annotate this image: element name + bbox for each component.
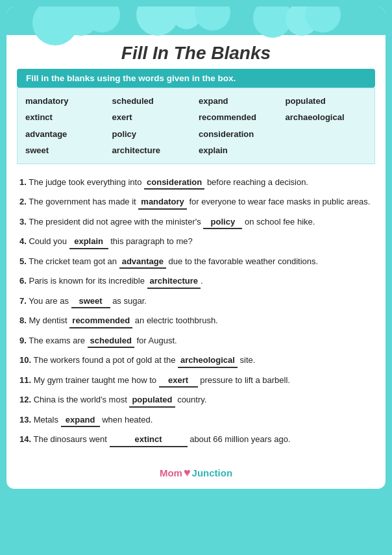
q11-before: My gym trainer taught me how to (34, 375, 159, 385)
q5-num: 5. (19, 256, 27, 266)
q7-before: You are as (29, 296, 71, 306)
question-1: 1. The judge took everything into consid… (19, 176, 373, 190)
q10-num: 10. (19, 355, 31, 365)
q1-before: The judge took everything into (29, 177, 144, 187)
question-8: 8. My dentist recommended an electric to… (19, 314, 373, 328)
q6-after: . (201, 276, 203, 286)
page: Fill In The Blanks Fill in the blanks us… (6, 6, 386, 489)
cloud-decoration (6, 6, 386, 35)
q2-before: The government has made it (29, 197, 138, 206)
q13-num: 13. (19, 415, 31, 425)
q12-after: country. (175, 395, 207, 404)
q2-blank: mandatory (138, 195, 186, 210)
word-8: archaeological (286, 110, 367, 125)
q14-after: about 66 million years ago. (188, 434, 291, 444)
footer: Mom ♥ Junction (6, 460, 386, 489)
q1-blank: consideration (144, 176, 204, 190)
q6-blank: architecture (147, 275, 201, 289)
question-10: 10. The workers found a pot of gold at t… (19, 354, 373, 368)
question-7: 7. You are as sweet as sugar. (19, 295, 373, 309)
word-4: populated (286, 93, 367, 108)
question-6: 6. Paris is known for its incredible arc… (19, 275, 373, 289)
question-3: 3. The president did not agree with the … (19, 216, 373, 230)
q12-blank: populated (129, 393, 175, 408)
q4-after: this paragraph to me? (108, 236, 193, 246)
word-16 (286, 143, 367, 158)
word-9: advantage (25, 127, 107, 142)
q13-before: Metals (34, 415, 61, 425)
word-10: policy (112, 127, 194, 142)
q9-blank: scheduled (88, 334, 134, 349)
question-4: 4. Could you explain this paragraph to m… (19, 235, 373, 249)
page-title: Fill In The Blanks (17, 43, 375, 64)
q11-num: 11. (19, 375, 31, 385)
q10-before: The workers found a pot of gold at the (33, 355, 178, 365)
q9-before: The exams are (29, 336, 87, 345)
q11-blank: exert (159, 374, 198, 388)
q9-num: 9. (19, 336, 27, 345)
footer-heart-icon: ♥ (184, 466, 191, 480)
q13-blank: expand (61, 413, 100, 428)
word-box: mandatory scheduled expand populated ext… (17, 88, 375, 164)
q3-num: 3. (19, 217, 27, 227)
q7-after: as sugar. (110, 296, 147, 306)
q8-before: My dentist (29, 315, 69, 325)
q5-before: The cricket team got an (29, 256, 119, 266)
word-11: consideration (199, 127, 280, 142)
footer-mom: Mom (160, 467, 182, 478)
question-12: 12. China is the world's most populated … (19, 393, 373, 408)
footer-logo: Mom ♥ Junction (6, 466, 386, 480)
question-13: 13. Metals expand when heated. (19, 413, 373, 428)
q3-before: The president did not agree with the min… (29, 217, 203, 227)
q14-blank: extinct (110, 433, 188, 447)
question-14: 14. The dinosaurs went extinct about 66 … (19, 433, 373, 447)
q13-after: when heated. (100, 415, 153, 425)
q7-blank: sweet (71, 295, 110, 309)
question-5: 5. The cricket team got an advantage due… (19, 255, 373, 269)
q10-after: site. (238, 355, 255, 365)
q4-num: 4. (19, 236, 27, 246)
word-12 (286, 127, 367, 142)
q10-blank: archeological (178, 354, 238, 368)
q8-num: 8. (19, 315, 27, 325)
word-14: architecture (112, 143, 194, 158)
q3-blank: policy (203, 216, 242, 230)
word-2: scheduled (112, 93, 194, 108)
word-13: sweet (25, 143, 107, 158)
q5-blank: advantage (119, 255, 166, 269)
q14-num: 14. (19, 434, 31, 444)
q12-num: 12. (19, 395, 31, 404)
footer-junction: Junction (192, 467, 233, 478)
q4-before: Could you (29, 236, 69, 246)
word-7: recommended (199, 110, 280, 125)
word-1: mandatory (25, 93, 107, 108)
q9-after: for August. (134, 336, 177, 345)
q4-blank: explain (69, 235, 108, 249)
q7-num: 7. (19, 296, 27, 306)
word-6: exert (112, 110, 194, 125)
q11-after: pressure to lift a barbell. (198, 375, 290, 385)
q5-after: due to the favorable weather conditions. (166, 256, 318, 266)
cloud-bubble-6 (195, 6, 230, 31)
word-15: explain (199, 143, 280, 158)
question-2: 2. The government has made it mandatory … (19, 195, 373, 210)
q1-after: before reaching a decision. (204, 177, 308, 187)
q1-num: 1. (19, 177, 27, 187)
question-9: 9. The exams are scheduled for August. (19, 334, 373, 349)
instruction-box: Fill in the blanks using the words given… (17, 69, 375, 88)
q14-before: The dinosaurs went (33, 434, 109, 444)
instruction-text: Fill in the blanks using the words given… (26, 73, 236, 83)
q2-num: 2. (19, 197, 27, 206)
question-11: 11. My gym trainer taught me how to exer… (19, 374, 373, 388)
q8-after: an electric toothbrush. (132, 315, 218, 325)
q6-before: Paris is known for its incredible (29, 276, 147, 286)
q6-num: 6. (19, 276, 27, 286)
q3-after: on school fee hike. (242, 217, 315, 227)
word-5: extinct (25, 110, 107, 125)
q12-before: China is the world's most (34, 395, 130, 404)
word-3: expand (199, 93, 280, 108)
q2-after: for everyone to wear face masks in publi… (187, 197, 371, 206)
questions-section: 1. The judge took everything into consid… (6, 172, 386, 460)
q8-blank: recommended (69, 314, 132, 328)
